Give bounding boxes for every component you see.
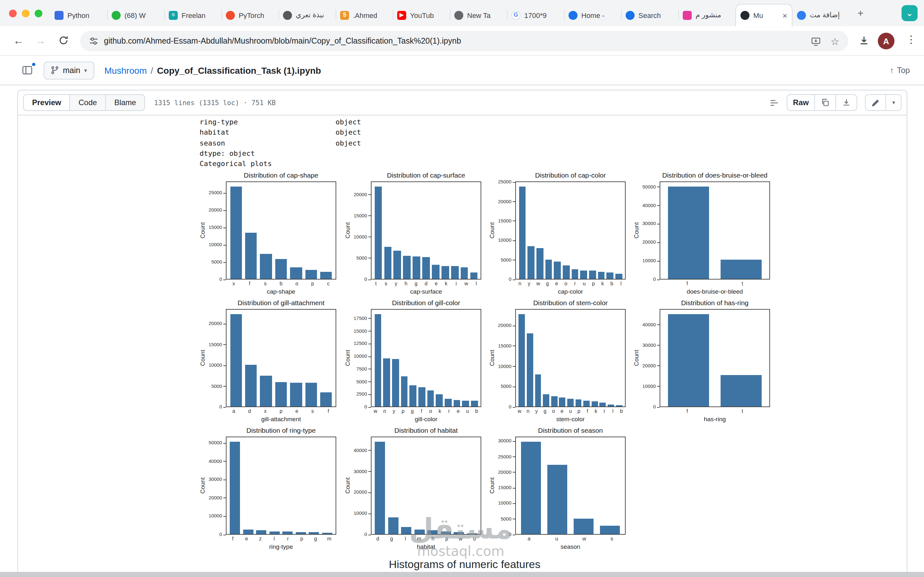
breadcrumb-separator: / xyxy=(151,65,153,75)
top-label: Top xyxy=(897,66,910,75)
tab-label: Mu xyxy=(753,11,779,19)
browser-tab[interactable]: Home - xyxy=(564,4,621,26)
zoom-window-button[interactable] xyxy=(35,10,42,17)
watermark-domain: mostaql.com xyxy=(393,544,529,559)
minimize-window-button[interactable] xyxy=(22,10,29,17)
freelance-site-icon: ≡ xyxy=(169,11,178,19)
back-button[interactable]: ← xyxy=(11,34,26,48)
browser-tab[interactable]: G1700*9 xyxy=(507,4,564,26)
tab-label: 1700*9 xyxy=(524,11,559,19)
tab-blame[interactable]: Blame xyxy=(106,95,144,110)
tab-label: نبذة تعري xyxy=(296,11,331,19)
notebook-text-output: ring-type object habitat object season o… xyxy=(200,117,361,169)
tab-label: Home - xyxy=(582,11,617,19)
symbols-panel-icon[interactable] xyxy=(769,98,779,107)
address-bar[interactable]: github.com/Ahmed-Essam-Abdullah/Mushroom… xyxy=(80,31,848,51)
profile-avatar[interactable]: A xyxy=(878,33,895,49)
downloads-button[interactable] xyxy=(859,35,869,49)
google-icon: G xyxy=(511,11,520,19)
file-info-text: 1315 lines (1315 loc) · 751 KB xyxy=(154,99,276,106)
site-settings-icon[interactable] xyxy=(89,37,98,45)
bottom-edge-strip xyxy=(0,572,924,577)
browser-tab[interactable]: New Ta xyxy=(450,4,507,26)
notification-dot xyxy=(31,62,36,66)
pink-site-icon xyxy=(683,11,692,19)
copy-icon xyxy=(821,98,830,107)
file-tree-toggle-button[interactable] xyxy=(19,63,35,78)
download-file-icon xyxy=(842,98,851,107)
search-site-icon xyxy=(626,11,635,19)
dark-site-icon xyxy=(283,11,292,19)
tab-label: منشور م xyxy=(696,11,731,19)
omnibox-actions: ☆ xyxy=(811,36,839,46)
browser-tab[interactable]: منشور م xyxy=(678,4,735,26)
tab-label: YouTub xyxy=(410,11,445,19)
chevron-down-icon: ▾ xyxy=(84,67,87,73)
browser-tab-active[interactable]: Mu× xyxy=(735,4,792,26)
file-content-box: Preview Code Blame 1315 lines (1315 loc)… xyxy=(17,90,907,577)
tab-close-icon[interactable]: × xyxy=(782,11,787,20)
browser-menu-button[interactable]: ⋮ xyxy=(906,33,916,45)
browser-tab[interactable]: 5.Ahmed xyxy=(336,4,393,26)
download-icon xyxy=(859,35,869,46)
url-text: github.com/Ahmed-Essam-Abdullah/Mushroom… xyxy=(104,37,805,45)
home-site-icon xyxy=(569,11,577,19)
browser-tab[interactable]: Python xyxy=(50,4,107,26)
branch-icon xyxy=(51,66,59,74)
python-site-icon xyxy=(55,11,63,19)
browser-tab[interactable]: PyTorch xyxy=(221,4,278,26)
bookmark-star-icon[interactable]: ☆ xyxy=(830,36,839,46)
tab-search-button[interactable]: ⌄ xyxy=(901,5,918,21)
file-toolbar: Preview Code Blame 1315 lines (1315 loc)… xyxy=(18,90,907,115)
back-to-top-link[interactable]: ↑ Top xyxy=(890,66,910,75)
macos-window-controls xyxy=(9,10,42,17)
tab-label: (68) W xyxy=(124,11,160,19)
breadcrumb-file-name: Copy_of_Classification_Task (1).ipynb xyxy=(157,65,321,75)
browser-tab[interactable]: ▶YouTub xyxy=(393,4,450,26)
new-tab-button[interactable]: + xyxy=(853,6,867,21)
notebook-section-heading: Histograms of numeric features xyxy=(389,558,540,571)
browser-toolbar: ← → github.com/Ahmed-Essam-Abdullah/Mush… xyxy=(0,26,924,56)
tab-label: Python xyxy=(67,11,103,19)
reload-icon xyxy=(58,35,69,45)
tab-label: إضافة مت xyxy=(810,11,845,19)
watermark-arabic: مستقل xyxy=(393,514,529,544)
browser-tab[interactable]: إضافة مت xyxy=(792,4,850,26)
edit-file-button[interactable] xyxy=(866,95,887,110)
tab-preview[interactable]: Preview xyxy=(24,95,70,110)
copy-raw-button[interactable] xyxy=(815,95,837,110)
browser-tab[interactable]: (68) W xyxy=(107,4,164,26)
edit-button-group: ▾ xyxy=(865,94,901,111)
reload-button[interactable] xyxy=(57,35,71,49)
raw-button[interactable]: Raw xyxy=(787,95,815,110)
branch-selector[interactable]: main ▾ xyxy=(44,61,94,79)
download-raw-button[interactable] xyxy=(837,95,857,110)
pytorch-icon xyxy=(226,11,235,19)
install-app-icon[interactable] xyxy=(811,36,821,46)
browser-tab[interactable]: نبذة تعري xyxy=(278,4,336,26)
browser-tab[interactable]: Search xyxy=(621,4,678,26)
pencil-icon xyxy=(872,98,880,107)
file-actions: Raw xyxy=(769,94,901,111)
forward-button[interactable]: → xyxy=(33,34,47,48)
tab-list: Python(68) W≡FreelanPyTorchنبذة تعري5.Ah… xyxy=(50,4,850,26)
blue-site-icon xyxy=(797,11,806,19)
tab-label: New Ta xyxy=(467,11,502,19)
screen: Python(68) W≡FreelanPyTorchنبذة تعري5.Ah… xyxy=(0,0,924,577)
browser-tab[interactable]: ≡Freelan xyxy=(164,4,221,26)
close-window-button[interactable] xyxy=(9,10,17,17)
youtube-icon: ▶ xyxy=(397,11,406,19)
tab-label: PyTorch xyxy=(239,11,274,19)
tab-label: Search xyxy=(638,11,674,19)
up-arrow-icon: ↑ xyxy=(890,66,894,75)
tab-label: .Ahmed xyxy=(353,11,388,19)
tab-code[interactable]: Code xyxy=(70,95,106,110)
github-file-header: main ▾ Mushroom / Copy_of_Classification… xyxy=(0,56,924,85)
tab-label: Freelan xyxy=(182,11,217,19)
breadcrumb-repo-link[interactable]: Mushroom xyxy=(104,65,147,75)
edit-options-button[interactable]: ▾ xyxy=(887,95,901,110)
chevron-down-icon: ▾ xyxy=(892,99,895,106)
watermark: مستقل mostaql.com xyxy=(393,514,529,559)
github-icon xyxy=(740,11,750,20)
browser-tab-strip: Python(68) W≡FreelanPyTorchنبذة تعري5.Ah… xyxy=(0,0,924,26)
